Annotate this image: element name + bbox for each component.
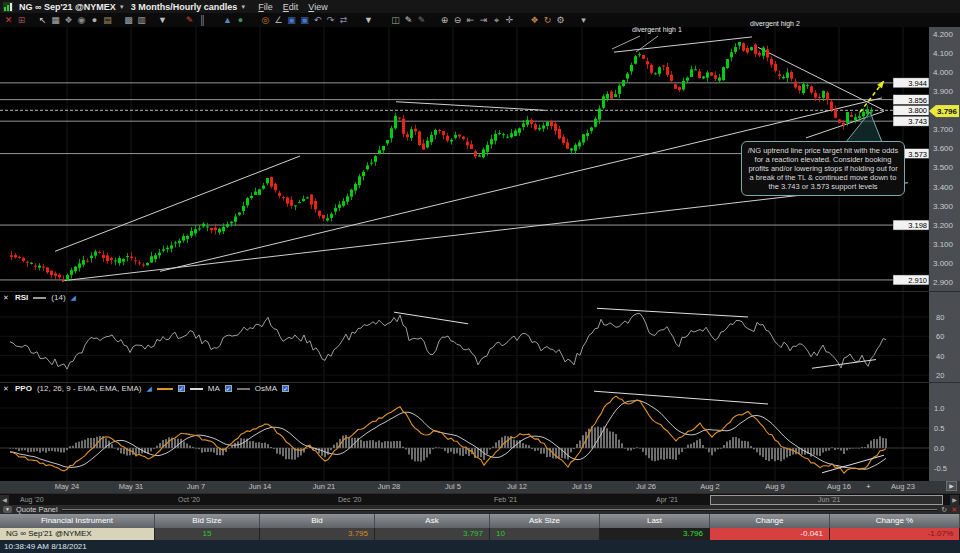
symbol-dropdown-caret-icon[interactable]: ▼ xyxy=(119,4,125,10)
symbol-selector[interactable]: NG ∞ Sep'21 @NYMEX xyxy=(19,2,116,12)
price-axis-tick: 4.200 xyxy=(933,30,954,39)
minimap-right-arrow[interactable]: ▶ xyxy=(950,495,959,505)
quote-table-header: Financial InstrumentBid SizeBidAskAsk Si… xyxy=(0,514,960,528)
minimap-period-label: Aug '20 xyxy=(20,496,44,503)
filter-icon[interactable]: ▼ xyxy=(156,15,169,25)
date-tick: Jul 26 xyxy=(624,482,668,491)
next-mark-icon[interactable]: ⇥ xyxy=(477,15,490,25)
close-icon[interactable]: ✕ xyxy=(2,15,15,25)
annotation-divergent-high-2[interactable]: divergent high 2 xyxy=(750,20,800,27)
eye-icon[interactable]: ◉ xyxy=(75,15,88,25)
pencil-white-icon[interactable]: ✎ xyxy=(402,15,415,25)
angle-icon[interactable]: ∠ xyxy=(272,15,285,25)
dropdown-caret-icon[interactable]: ▾ xyxy=(577,15,590,25)
minimap-left-arrow[interactable]: ◀ xyxy=(0,495,9,505)
text-tool-icon[interactable]: ▣ xyxy=(285,15,298,25)
wrench-icon[interactable]: ⚙ xyxy=(554,15,567,25)
folder-icon[interactable]: ▤ xyxy=(101,15,114,25)
column-header-change[interactable]: Change xyxy=(710,514,830,528)
grid-icon[interactable]: ▦ xyxy=(49,15,62,25)
quote-cell-last: 3.796 xyxy=(600,528,710,540)
column-header-ask-size[interactable]: Ask Size xyxy=(490,514,600,528)
annotation-divergent-high-1[interactable]: divergent high 1 xyxy=(632,26,682,33)
price-axis-gutter xyxy=(929,27,960,291)
price-axis-tick: 4.100 xyxy=(933,49,954,58)
ppo-params: (12, 26, 9 - EMA, EMA, EMA) xyxy=(37,384,141,393)
column-header-ask[interactable]: Ask xyxy=(375,514,490,528)
scroll-right-button[interactable]: ▶ xyxy=(946,481,957,491)
ma-checkbox[interactable]: ✓ xyxy=(225,385,232,392)
pencil-gray-icon[interactable]: ✎ xyxy=(415,15,428,25)
redo-icon[interactable]: ↷ xyxy=(324,15,337,25)
ppo-checkbox[interactable]: ✓ xyxy=(178,385,185,392)
date-tick: Jun 28 xyxy=(367,482,411,491)
ppo-panel[interactable]: 1.00.50.0-0.5 xyxy=(0,382,960,481)
price-axis-tick: 3.100 xyxy=(933,240,954,249)
timeframe-selector[interactable]: 3 Months/Hourly candles xyxy=(131,2,238,12)
price-axis-tick: 3.400 xyxy=(933,183,954,192)
rsi-period: (14) xyxy=(51,293,65,302)
price-axis-tick: 3.200 xyxy=(933,221,954,230)
target-icon[interactable]: ◎ xyxy=(259,15,272,25)
divider xyxy=(62,509,938,511)
globe-icon[interactable]: ● xyxy=(234,15,247,25)
rsi-panel[interactable]: 80604020 xyxy=(0,291,960,382)
menu-edit[interactable]: Edit xyxy=(283,2,299,12)
menu-view[interactable]: View xyxy=(308,2,327,12)
cursor-icon[interactable]: ↖ xyxy=(36,15,49,25)
stamp-icon[interactable]: ❖ xyxy=(62,15,75,25)
grab-icon[interactable]: ❖ xyxy=(528,15,541,25)
quote-table-row[interactable]: NG ∞ Sep'21 @NYMEX153.7953.797103.796-0.… xyxy=(0,528,960,540)
price-axis-tick: 3.700 xyxy=(933,125,954,134)
svg-text:3.800: 3.800 xyxy=(908,106,927,115)
price-axis-tick: 3.300 xyxy=(933,202,954,211)
pan-icon[interactable]: ✛ xyxy=(503,15,516,25)
svg-text:3.198: 3.198 xyxy=(908,221,927,230)
osma-checkbox[interactable]: ✓ xyxy=(282,385,289,392)
swap-icon[interactable]: ⇄ xyxy=(337,15,350,25)
rsi-close-icon[interactable]: ✕ xyxy=(2,294,10,302)
column-header-bid[interactable]: Bid xyxy=(260,514,375,528)
crosshair-move-icon[interactable]: ⌖ xyxy=(490,15,503,25)
chart-application-window: NG ∞ Sep'21 @NYMEX ▼ 3 Months/Hourly can… xyxy=(0,0,960,553)
chart-grid-icon[interactable]: ▩ xyxy=(122,15,135,25)
date-tick: May 24 xyxy=(45,482,89,491)
prev-mark-icon[interactable]: ⇤ xyxy=(464,15,477,25)
rsi-axis-tick: 80 xyxy=(936,313,944,322)
rsi-axis-tick: 60 xyxy=(936,332,944,341)
quote-refresh-icon[interactable]: ↻ xyxy=(941,506,947,514)
ppo-settings-icon[interactable]: ◢ xyxy=(146,385,151,393)
zoom-out-icon[interactable]: ⊖ xyxy=(451,15,464,25)
column-header-change-[interactable]: Change % xyxy=(830,514,960,528)
image-tool-icon[interactable]: ▣ xyxy=(298,15,311,25)
menu-file[interactable]: File xyxy=(258,2,273,12)
link-grid-icon[interactable]: ⊞ xyxy=(15,15,28,25)
column-header-financial-instrument[interactable]: Financial Instrument xyxy=(0,514,155,528)
draw-pencil-icon[interactable]: ✎ xyxy=(183,15,196,25)
date-tick: May 31 xyxy=(109,482,153,491)
rsi-label: RSI xyxy=(15,293,28,302)
column-header-bid-size[interactable]: Bid Size xyxy=(155,514,260,528)
rsi-settings-icon[interactable]: ◢ xyxy=(71,294,76,302)
triangle-icon[interactable]: ▲ xyxy=(221,15,234,25)
refresh-icon[interactable]: ↻ xyxy=(541,15,554,25)
ruler-icon[interactable]: ◫ xyxy=(389,15,402,25)
ppo-label: PPO xyxy=(15,384,32,393)
timeline-scrollbar[interactable]: Aug '20Oct '20Dec '20Feb '21Apr '21Jun '… xyxy=(0,493,960,505)
circle-icon[interactable]: ● xyxy=(88,15,101,25)
price-axis-tick: 3.000 xyxy=(933,259,954,268)
toolbar: ✕⊞↖▦❖◉●▤▩▥▼✎║▲●◎∠▣▣↶↷⇄▼◫✎✎⊕⊖⇤⇥⌖✛❖↻⚙▾ xyxy=(0,13,960,27)
filter2-icon[interactable]: ▼ xyxy=(362,15,375,25)
quote-close-icon[interactable]: ✕ xyxy=(951,506,957,514)
layout-icon[interactable]: ▥ xyxy=(135,15,148,25)
column-header-last[interactable]: Last xyxy=(600,514,710,528)
undo-icon[interactable]: ↶ xyxy=(311,15,324,25)
ppo-close-icon[interactable]: ✕ xyxy=(2,385,10,393)
price-axis-tick: 4.000 xyxy=(933,68,954,77)
zoom-in-icon[interactable]: ⊕ xyxy=(438,15,451,25)
annotation-note-box[interactable]: /NG uptrend line price target hit with t… xyxy=(741,141,905,196)
quote-collapse-button[interactable]: ▼ xyxy=(3,506,12,513)
timeframe-dropdown-caret-icon[interactable]: ▼ xyxy=(240,4,246,10)
app-icon xyxy=(3,2,13,12)
volume-bars-icon[interactable]: ║ xyxy=(196,15,209,25)
